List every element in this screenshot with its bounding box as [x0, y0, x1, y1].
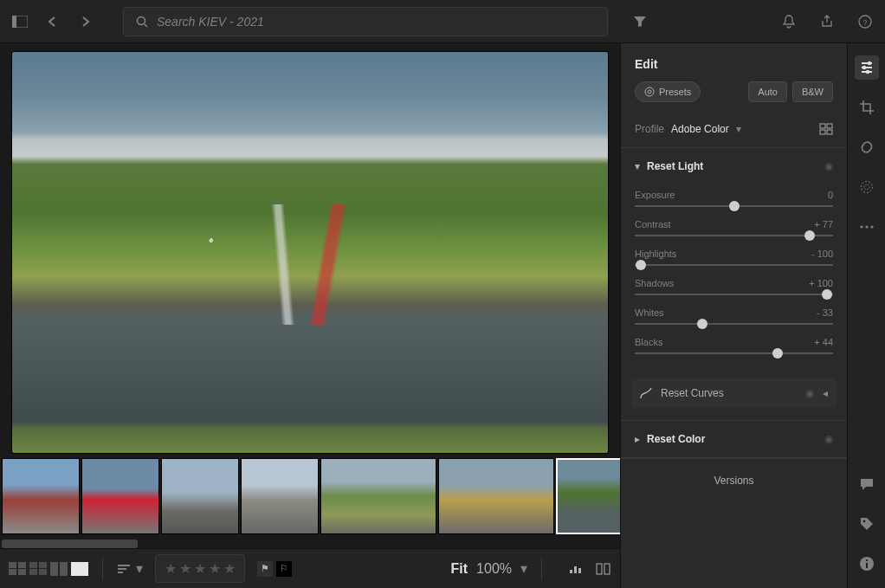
search-input[interactable] [157, 15, 595, 29]
slider-label: Shadows [635, 278, 674, 288]
nav-back-button[interactable] [43, 12, 62, 31]
masking-tool[interactable] [855, 175, 879, 199]
slider-label: Contrast [635, 219, 671, 229]
profile-row[interactable]: Profile Adobe Color ▾ [621, 114, 847, 148]
view-square-grid-button[interactable] [29, 562, 47, 576]
slider-knob[interactable] [822, 289, 832, 300]
bw-button[interactable]: B&W [792, 81, 833, 102]
view-photo-grid-button[interactable] [9, 562, 26, 576]
eye-icon[interactable]: ◉ [824, 433, 833, 445]
chevron-left-icon: ◂ [823, 387, 828, 399]
chevron-down-icon[interactable]: ▾ [520, 560, 527, 577]
curves-button[interactable]: Reset Curves ◉ ◂ [631, 378, 837, 408]
tag-icon[interactable] [855, 512, 879, 536]
svg-rect-34 [866, 563, 868, 568]
star-icon[interactable]: ★ [165, 560, 177, 577]
zoom-value[interactable]: 100% [476, 561, 512, 577]
slider-knob[interactable] [697, 319, 707, 329]
thumbnail-selected[interactable] [556, 458, 620, 534]
slider-knob[interactable] [729, 201, 740, 211]
filmstrip-toggle-button[interactable] [596, 563, 611, 575]
highlights-slider[interactable]: Highlights- 100 [635, 249, 833, 266]
filmstrip [0, 458, 620, 538]
color-section-header[interactable]: ▸ Reset Color ◉ [621, 421, 847, 457]
slider-knob[interactable] [804, 230, 815, 241]
svg-line-3 [145, 24, 147, 27]
slider-value: 0 [828, 190, 833, 200]
histogram-toggle-button[interactable] [568, 563, 584, 575]
thumbnail[interactable] [161, 458, 239, 534]
contrast-slider[interactable]: Contrast+ 77 [635, 219, 833, 236]
slider-track[interactable] [635, 294, 833, 295]
thumbnail[interactable] [320, 458, 436, 534]
svg-point-14 [645, 87, 654, 96]
flag-pick-button[interactable]: ⚑ [257, 561, 273, 577]
auto-button[interactable]: Auto [748, 81, 787, 102]
edit-tool[interactable] [855, 55, 879, 80]
sort-control[interactable]: ▾ [117, 560, 143, 577]
shadows-slider[interactable]: Shadows+ 100 [635, 278, 833, 295]
svg-point-29 [860, 225, 862, 228]
star-icon[interactable]: ★ [194, 560, 206, 577]
slider-knob[interactable] [772, 348, 783, 359]
svg-rect-18 [820, 130, 825, 134]
svg-rect-13 [604, 564, 610, 574]
eye-icon[interactable]: ◉ [824, 160, 833, 172]
svg-point-27 [861, 182, 872, 193]
slider-knob[interactable] [636, 260, 646, 270]
main-image[interactable] [12, 52, 608, 453]
svg-rect-17 [827, 124, 832, 128]
info-icon[interactable] [855, 552, 879, 576]
slider-track[interactable] [635, 235, 833, 236]
star-icon[interactable]: ★ [223, 560, 236, 577]
slider-track[interactable] [635, 205, 833, 207]
thumbnail[interactable] [438, 458, 554, 534]
svg-point-30 [865, 225, 868, 228]
svg-rect-11 [578, 568, 581, 573]
blacks-slider[interactable]: Blacks+ 44 [635, 337, 833, 354]
slider-label: Whites [635, 307, 664, 318]
help-icon[interactable]: ? [856, 12, 875, 31]
profile-browser-icon[interactable] [819, 123, 833, 135]
filter-icon[interactable] [630, 12, 649, 31]
whites-slider[interactable]: Whites- 33 [635, 307, 833, 325]
svg-rect-26 [860, 140, 873, 154]
top-bar: ? [0, 0, 885, 43]
svg-rect-10 [574, 566, 577, 573]
slider-track[interactable] [635, 323, 833, 325]
thumbnail[interactable] [241, 458, 319, 534]
svg-rect-35 [866, 559, 868, 561]
slider-track[interactable] [635, 352, 833, 354]
more-icon[interactable] [855, 215, 879, 239]
svg-rect-19 [827, 130, 832, 134]
nav-forward-button[interactable] [76, 12, 95, 31]
slider-value: + 44 [814, 337, 833, 347]
svg-point-15 [648, 90, 651, 94]
exposure-slider[interactable]: Exposure0 [635, 190, 833, 207]
crop-tool[interactable] [855, 95, 879, 120]
bell-icon[interactable] [779, 12, 798, 31]
star-icon[interactable]: ★ [179, 560, 191, 577]
eye-icon[interactable]: ◉ [805, 387, 814, 399]
view-detail-button[interactable] [71, 562, 88, 576]
filmstrip-scrollbar[interactable] [2, 540, 618, 548]
slider-track[interactable] [635, 264, 833, 266]
share-icon[interactable] [817, 12, 837, 31]
panel-toggle-icon[interactable] [10, 12, 29, 31]
star-icon[interactable]: ★ [209, 560, 221, 577]
rating-stars[interactable]: ★ ★ ★ ★ ★ [155, 554, 245, 583]
thumbnail[interactable] [81, 458, 159, 534]
versions-button[interactable]: Versions [621, 458, 847, 502]
view-compare-button[interactable] [50, 562, 68, 576]
presets-button[interactable]: Presets [635, 81, 701, 102]
svg-rect-12 [597, 564, 602, 574]
chevron-down-icon: ▾ [136, 560, 143, 577]
slider-label: Exposure [635, 190, 675, 200]
comment-icon[interactable] [855, 472, 879, 496]
fit-button[interactable]: Fit [451, 561, 468, 577]
healing-tool[interactable] [855, 135, 879, 159]
thumbnail[interactable] [2, 458, 80, 534]
light-section-header[interactable]: ▾ Reset Light ◉ [621, 148, 847, 184]
flag-reject-button[interactable]: ⚐ [276, 561, 292, 577]
search-field[interactable] [123, 7, 608, 36]
